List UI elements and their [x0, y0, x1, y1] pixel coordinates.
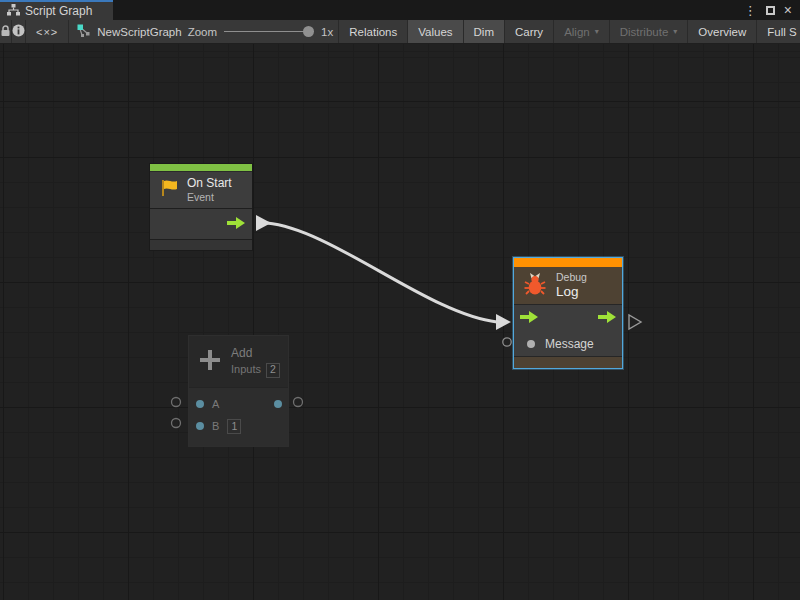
message-port-label: Message [545, 337, 594, 351]
window-controls: ⋮ × [744, 0, 800, 20]
zoom-label: Zoom [188, 26, 217, 38]
port-b-value-field[interactable]: 1 [227, 419, 241, 434]
bug-icon [523, 272, 547, 300]
graph-name-label: NewScriptGraph [97, 26, 181, 38]
add-input-b-indicator[interactable] [172, 419, 181, 428]
tab-title: Script Graph [25, 4, 92, 18]
debug-log-ports: Message [514, 304, 622, 356]
graph-toolbar: <×> NewScriptGraph Zoom 1x [0, 20, 800, 44]
add-header[interactable]: Add Inputs 2 [189, 336, 288, 387]
wire-end-arrow [496, 314, 511, 330]
node-debug-log[interactable]: Debug Log Message [513, 257, 623, 369]
message-value-port[interactable] [527, 340, 535, 348]
on-start-footer [150, 239, 252, 250]
values-button[interactable]: Values [408, 20, 463, 43]
chevron-down-icon: ▾ [595, 27, 599, 36]
on-start-ports [150, 208, 252, 239]
node-subtitle: Event [187, 191, 232, 204]
inputs-count-field[interactable]: 2 [266, 363, 280, 378]
debug-log-footer [514, 356, 622, 368]
value-input-port-b[interactable] [196, 422, 204, 430]
add-input-a-indicator[interactable] [172, 398, 181, 407]
overview-button[interactable]: Overview [688, 20, 757, 43]
flag-icon [159, 178, 179, 202]
chevron-down-icon: ▾ [673, 27, 677, 36]
graph-hierarchy-icon [7, 4, 20, 19]
tab-script-graph[interactable]: Script Graph [0, 0, 113, 20]
align-label: Align [564, 26, 590, 38]
zoom-slider-track [224, 31, 314, 32]
carry-button[interactable]: Carry [505, 20, 554, 43]
distribute-label: Distribute [620, 26, 669, 38]
node-title: On Start [187, 176, 232, 191]
wire-start-arrow [256, 215, 271, 231]
lock-button[interactable] [0, 20, 12, 43]
inputs-label: Inputs [231, 363, 261, 377]
value-input-port-a[interactable] [196, 400, 204, 408]
add-output-indicator[interactable] [294, 398, 303, 407]
graph-info-section: NewScriptGraph Zoom 1x [69, 20, 339, 43]
debug-message-port-indicator[interactable] [503, 338, 511, 346]
script-graph-asset-icon [77, 24, 91, 40]
graph-canvas[interactable]: On Start Event [0, 44, 800, 600]
connections-overlay [0, 44, 800, 600]
zoom-value: 1x [321, 26, 333, 38]
lock-icon [0, 25, 11, 39]
info-button[interactable] [12, 20, 26, 43]
value-output-port[interactable] [274, 400, 282, 408]
maximize-icon[interactable] [766, 6, 775, 15]
node-category: Debug [556, 271, 587, 284]
flow-output-port[interactable] [598, 309, 616, 327]
zoom-slider[interactable] [224, 26, 314, 37]
debug-color-strip [514, 258, 622, 267]
code-preview-button[interactable]: <×> [26, 20, 69, 43]
node-on-start[interactable]: On Start Event [149, 163, 253, 251]
on-start-header[interactable]: On Start Event [150, 171, 252, 208]
flow-output-port[interactable] [227, 215, 245, 233]
code-icon: <×> [36, 26, 58, 38]
dim-button[interactable]: Dim [464, 20, 505, 43]
debug-log-header[interactable]: Debug Log [514, 267, 622, 304]
node-add[interactable]: Add Inputs 2 A B 1 [188, 335, 289, 447]
script-graph-window: Script Graph ⋮ × [0, 0, 800, 600]
distribute-dropdown[interactable]: Distribute ▾ [610, 20, 689, 43]
add-ports: A B 1 [189, 387, 288, 446]
zoom-slider-handle[interactable] [303, 26, 314, 37]
port-b-label: B [212, 420, 219, 432]
debug-output-port-indicator[interactable] [629, 315, 641, 329]
port-a-label: A [212, 398, 219, 410]
align-dropdown[interactable]: Align ▾ [554, 20, 610, 43]
relations-button[interactable]: Relations [339, 20, 408, 43]
info-icon [12, 24, 25, 39]
menu-dots-icon[interactable]: ⋮ [744, 4, 757, 17]
zoom-control: Zoom 1x [188, 26, 334, 38]
plus-icon [197, 347, 223, 377]
close-icon[interactable]: × [784, 3, 792, 17]
node-title: Log [556, 284, 587, 301]
connection-wire[interactable] [267, 223, 497, 322]
fullscreen-button[interactable]: Full S [757, 20, 800, 43]
event-color-strip [150, 164, 252, 171]
flow-input-port[interactable] [520, 309, 538, 327]
node-title: Add [231, 346, 280, 361]
tab-bar: Script Graph ⋮ × [0, 0, 800, 20]
